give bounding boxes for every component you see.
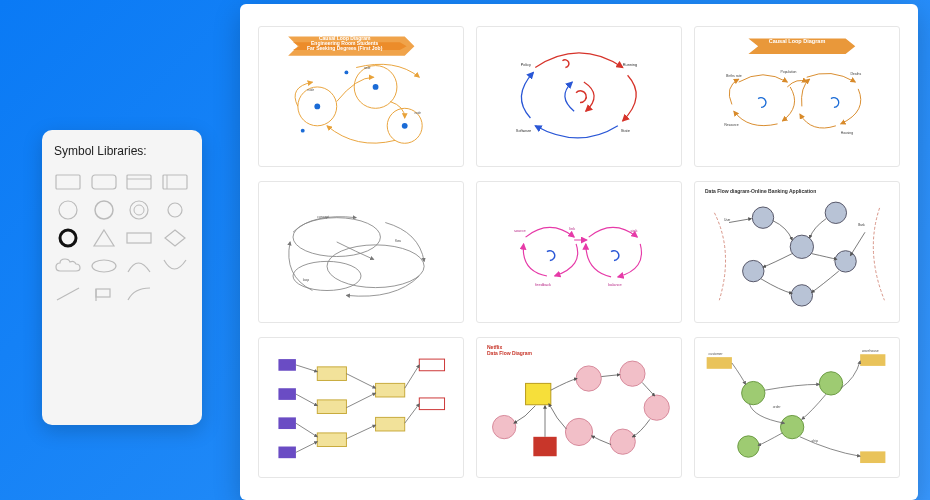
svg-point-85 [780, 415, 803, 438]
symbol-rect-double[interactable] [161, 172, 189, 192]
svg-text:warehouse: warehouse [862, 349, 879, 353]
template-tile-flow-sketch[interactable]: conceptflowloop [258, 181, 464, 322]
symbol-line[interactable] [54, 284, 82, 304]
symbol-triangle[interactable] [90, 228, 118, 248]
symbol-rect-header[interactable] [125, 172, 153, 192]
symbol-circle-small[interactable] [161, 200, 189, 220]
svg-point-84 [819, 371, 842, 394]
svg-point-75 [620, 361, 645, 386]
svg-text:loop: loop [303, 278, 310, 282]
svg-point-43 [327, 245, 424, 288]
svg-rect-61 [278, 359, 295, 371]
svg-text:link: link [569, 227, 575, 232]
svg-text:Running: Running [623, 62, 637, 67]
svg-point-9 [134, 205, 144, 215]
svg-text:Software: Software [516, 128, 531, 133]
svg-rect-1 [92, 175, 116, 189]
svg-point-58 [791, 285, 812, 306]
svg-rect-81 [860, 354, 885, 366]
svg-point-56 [743, 261, 764, 282]
svg-rect-69 [376, 417, 405, 431]
svg-rect-64 [278, 446, 295, 458]
svg-marker-12 [94, 230, 114, 246]
svg-point-57 [835, 251, 856, 272]
symbol-rect-thin[interactable] [54, 172, 82, 192]
svg-point-55 [790, 235, 813, 258]
svg-text:order: order [773, 404, 782, 408]
template-tile-causal-loop-ribbon[interactable]: Births ratePopulationDeaths ResourceHous… [694, 26, 900, 167]
svg-text:node: node [364, 66, 371, 70]
svg-marker-14 [165, 230, 185, 246]
symbol-grid [54, 172, 190, 304]
svg-point-6 [59, 201, 77, 219]
svg-rect-68 [376, 383, 405, 397]
template-tile-dfd-online-banking[interactable]: UserBank Data Flow diagram-Online Bankin… [694, 181, 900, 322]
svg-rect-0 [56, 175, 80, 189]
template-tile-dfd-green[interactable]: customerwarehouse ordership [694, 337, 900, 478]
symbol-rect-outline[interactable] [125, 228, 153, 248]
svg-point-77 [610, 429, 635, 454]
svg-rect-13 [127, 233, 151, 243]
symbol-arc-right[interactable] [125, 256, 153, 276]
svg-rect-71 [419, 398, 444, 410]
svg-point-11 [60, 230, 76, 246]
svg-point-7 [95, 201, 113, 219]
template-tile-dfd-purple[interactable] [258, 337, 464, 478]
symbol-ellipse[interactable] [90, 256, 118, 276]
svg-text:Bank: Bank [858, 224, 865, 228]
svg-line-16 [57, 288, 79, 300]
svg-rect-63 [278, 417, 295, 429]
svg-text:node: node [414, 111, 421, 115]
svg-rect-62 [278, 388, 295, 400]
svg-point-25 [373, 84, 379, 90]
svg-text:source: source [514, 229, 526, 234]
svg-point-8 [130, 201, 148, 219]
template-tile-loop-magenta[interactable]: sourcelinksink feedbackbalance [476, 181, 682, 322]
svg-text:node: node [308, 88, 315, 92]
svg-rect-67 [317, 433, 346, 447]
svg-point-26 [402, 123, 408, 129]
symbol-circle-open[interactable] [125, 200, 153, 220]
symbol-cloud[interactable] [54, 256, 82, 276]
svg-point-83 [742, 381, 765, 404]
svg-text:Deaths: Deaths [850, 72, 861, 76]
panel-title: Symbol Libraries: [54, 144, 190, 158]
svg-point-79 [493, 415, 516, 438]
svg-text:Population: Population [780, 70, 796, 74]
svg-text:ship: ship [812, 438, 818, 442]
svg-point-74 [576, 366, 601, 391]
svg-text:balance: balance [608, 282, 622, 287]
template-tile-causal-loop-orange[interactable]: nodenodenode Causal Loop Diagram Enginee… [258, 26, 464, 167]
svg-point-78 [565, 418, 592, 445]
symbol-curve[interactable] [125, 284, 153, 304]
svg-text:State: State [621, 128, 630, 133]
svg-text:concept: concept [317, 215, 329, 219]
template-tile-dfd-netflix[interactable]: NetflixData Flow Diagram [476, 337, 682, 478]
template-tile-causal-loop-redblue[interactable]: PolicyRunning SoftwareState [476, 26, 682, 167]
symbol-circle-med[interactable] [90, 200, 118, 220]
svg-rect-2 [127, 175, 151, 189]
svg-rect-70 [419, 359, 444, 371]
svg-rect-66 [317, 400, 346, 414]
svg-rect-17 [96, 289, 110, 297]
svg-rect-65 [317, 367, 346, 381]
svg-text:Resource: Resource [724, 123, 739, 127]
svg-point-54 [825, 202, 846, 223]
svg-text:Births rate: Births rate [726, 74, 742, 78]
symbol-flag[interactable] [90, 284, 118, 304]
symbol-circle-thin[interactable] [54, 200, 82, 220]
svg-rect-72 [526, 383, 551, 404]
svg-point-76 [644, 395, 669, 420]
symbol-rect-rounded[interactable] [90, 172, 118, 192]
symbol-diamond[interactable] [161, 228, 189, 248]
svg-text:User: User [724, 218, 730, 222]
svg-text:Policy: Policy [521, 62, 531, 67]
svg-point-28 [301, 129, 305, 133]
svg-text:feedback: feedback [535, 282, 551, 287]
svg-text:sink: sink [630, 229, 637, 234]
symbol-arc-left[interactable] [161, 256, 189, 276]
svg-point-53 [752, 207, 773, 228]
svg-text:flow: flow [395, 239, 402, 243]
tile-title: Causal Loop Diagram Engineering Room Stu… [307, 36, 382, 51]
symbol-circle-bold[interactable] [54, 228, 82, 248]
